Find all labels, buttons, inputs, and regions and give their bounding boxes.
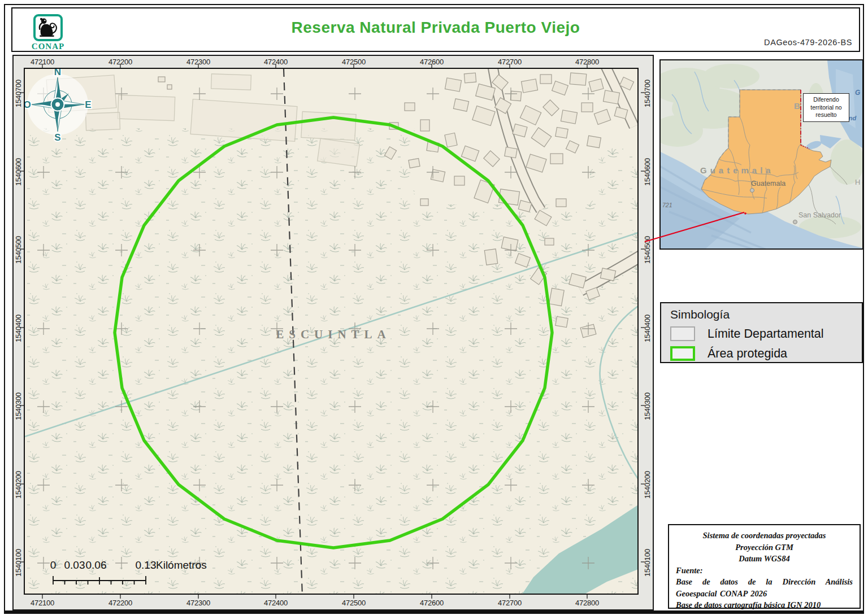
y-coordinate-label: 1540700	[14, 76, 23, 112]
legend-title: Simbología	[670, 308, 853, 321]
legend-item-label: Límite Departamental	[708, 327, 824, 341]
compass-west-label: O	[24, 99, 31, 110]
y-coordinate-label: 1540600	[14, 154, 23, 190]
region-label: ESCUINTLA	[276, 328, 391, 341]
location-point	[744, 212, 747, 215]
credits-source: Base de datos cartografía básica IGN 201…	[676, 599, 853, 611]
legend-item-protected-area: Área protegida	[670, 346, 853, 361]
x-coordinate-label: 472800	[569, 58, 605, 66]
map-graphics: ESCUINTLA	[25, 69, 639, 595]
compass-north-label: N	[54, 68, 61, 77]
page-title: Reserva Natural Privada Puerto Viejo	[12, 19, 859, 37]
inset-territorial-note: Diferendo territorial no resuelto	[803, 93, 849, 122]
x-coordinate-label: 472100	[24, 58, 60, 66]
credits-line: Proyección GTM	[676, 542, 853, 553]
y-coordinate-label: 1540100	[643, 545, 652, 581]
inset-map: B Guatemala Guatemala San Salvador 721 G…	[659, 59, 863, 250]
x-coordinate-label: 472100	[24, 599, 60, 607]
grass-texture	[590, 148, 639, 204]
x-coordinate-label: 472500	[336, 58, 372, 66]
y-coordinate-label: 1540700	[643, 76, 652, 112]
legend-item-label: Área protegida	[708, 347, 787, 361]
inset-graphics	[661, 60, 862, 248]
compass-east-label: E	[85, 99, 91, 110]
y-coordinate-label: 1540300	[14, 389, 23, 425]
x-coordinate-label: 472300	[180, 599, 216, 607]
x-coordinate-label: 472500	[336, 599, 372, 607]
document-code: DAGeos-479-2026-BS	[764, 38, 852, 47]
protected-area-swatch	[670, 346, 695, 361]
scale-bar: 0 0.03 0.06 0.13 Kilómetros	[45, 558, 271, 592]
x-coordinate-label: 472300	[180, 58, 216, 66]
legend: Simbología Límite Departamental Área pro…	[660, 302, 863, 363]
conap-logo-text: CONAP	[28, 42, 68, 51]
credits-line: Datum WGS84	[676, 553, 853, 565]
y-coordinate-label: 1540600	[643, 154, 652, 190]
x-coordinate-label: 472700	[492, 599, 528, 607]
inset-belize-label: B	[794, 101, 800, 111]
credits-line: Sistema de coordenadas proyectadas	[676, 530, 853, 542]
compass-rose: N S E O	[24, 68, 93, 142]
inset-san-salvador-dot	[793, 220, 797, 224]
x-coordinate-label: 472700	[492, 58, 528, 66]
header: CONAP Reserva Natural Privada Puerto Vie…	[11, 7, 860, 52]
inset-city-dot	[750, 188, 754, 193]
departmental-boundary-swatch	[670, 326, 695, 341]
map-document-page: CONAP Reserva Natural Privada Puerto Vie…	[0, 0, 868, 615]
x-coordinate-label: 472400	[258, 599, 294, 607]
scale-bar-graphic	[45, 558, 271, 592]
y-coordinate-label: 1540100	[14, 545, 23, 581]
x-coordinate-label: 472600	[414, 58, 450, 66]
credits-source: Base de datos de la Dirección Análisis G…	[676, 576, 853, 599]
credits-box: Sistema de coordenadas proyectadas Proye…	[668, 524, 861, 609]
y-coordinate-label: 1540500	[14, 232, 23, 268]
grass-texture	[25, 128, 415, 595]
map-frame: 472100 472200 472300 472400 472500 47260…	[12, 55, 654, 610]
inset-san-salvador-label: San Salvador	[798, 211, 841, 219]
credits-source-label: Fuente:	[676, 565, 853, 577]
x-coordinate-label: 472800	[569, 599, 605, 607]
x-coordinate-label: 472200	[102, 58, 138, 66]
y-coordinate-label: 1540400	[14, 311, 23, 347]
x-coordinate-label: 472400	[258, 58, 294, 66]
inset-country-label: Guatemala	[700, 165, 774, 175]
map-canvas: ESCUINTLA	[24, 68, 639, 595]
x-coordinate-label: 472200	[102, 599, 138, 607]
y-coordinate-label: 1540400	[643, 311, 652, 347]
inset-depth-label: 721	[662, 202, 672, 208]
inset-sea-label-fragment: G	[855, 89, 860, 97]
legend-item-departmental: Límite Departamental	[670, 326, 853, 341]
inset-honduras-label: Ho	[855, 178, 863, 186]
y-coordinate-label: 1540500	[643, 232, 652, 268]
y-coordinate-label: 1540300	[643, 389, 652, 425]
y-coordinate-label: 1540200	[14, 467, 23, 503]
compass-south-label: S	[54, 132, 60, 142]
x-coordinate-label: 472600	[414, 599, 450, 607]
inset-city-label: Guatemala	[751, 180, 785, 187]
y-coordinate-label: 1540200	[643, 467, 652, 503]
